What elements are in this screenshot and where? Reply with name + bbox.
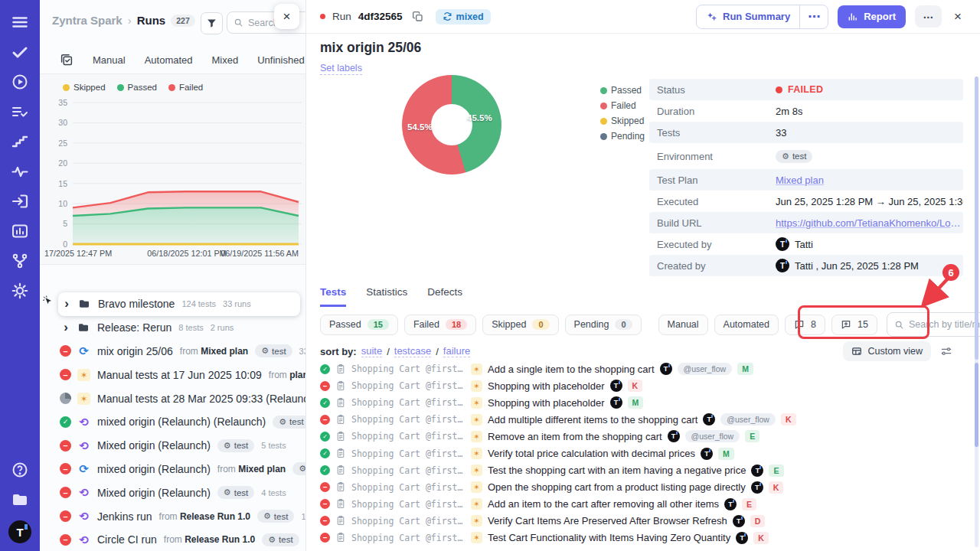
- run-type-badge[interactable]: mixed: [436, 9, 491, 24]
- scrollbar-thumb[interactable]: [975, 77, 978, 360]
- plan-name[interactable]: plan 1: [289, 370, 306, 380]
- clipboard-icon: [335, 380, 346, 392]
- created-by-value: Tatti , Jun 25, 2025 1:28 PM: [795, 260, 919, 272]
- test-row[interactable]: Shopping Cart @first…✶Shopping with plac…: [320, 394, 980, 411]
- play-circle-icon[interactable]: [11, 73, 29, 91]
- detail-row-created-by: Created by TTatti , Jun 25, 2025 1:28 PM: [649, 255, 963, 276]
- run-list-item[interactable]: ✶Manual tests at 17 Jun 2025 10:09from p…: [40, 363, 306, 386]
- run-list-item[interactable]: ⟲Mixed origin (Relaunch)⚙test5 tests: [40, 434, 306, 458]
- run-list-icon[interactable]: [11, 103, 29, 121]
- user-avatar[interactable]: T: [8, 520, 31, 543]
- test-row[interactable]: Shopping Cart @first…✶Open the shopping …: [320, 479, 980, 496]
- tab-tests[interactable]: Tests: [320, 286, 346, 307]
- plan-name[interactable]: Release Run 1.0: [185, 534, 255, 545]
- breadcrumb-project[interactable]: Zyntra Spark: [52, 14, 122, 27]
- plan-name[interactable]: Mixed plan: [201, 346, 248, 357]
- display-settings-icon[interactable]: [940, 345, 952, 357]
- filter-skipped-button[interactable]: Skipped0: [482, 315, 558, 335]
- test-suite: Shopping Cart @first…: [351, 431, 466, 442]
- run-list-item[interactable]: ⟲Mixed origin (Relaunch)⚙test4 tests: [40, 481, 306, 504]
- activity-icon[interactable]: [11, 162, 29, 181]
- build-url-link[interactable]: https://github.com/TetianaKhomenko/Load-…: [776, 217, 963, 229]
- filter-passed-button[interactable]: Passed15: [320, 315, 398, 335]
- tests-search-input[interactable]: Search by title/message: [887, 312, 980, 337]
- help-icon[interactable]: [11, 461, 29, 479]
- test-title: Verify Cart Items Are Preserved After Br…: [488, 515, 727, 527]
- test-row[interactable]: Shopping Cart @first…✶Add an item to the…: [320, 496, 980, 513]
- menu-icon[interactable]: [11, 13, 29, 31]
- environment-badge[interactable]: ⚙test: [776, 150, 812, 163]
- test-title: Test the shopping cart with an item havi…: [488, 465, 746, 476]
- test-row[interactable]: Shopping Cart @first…✶Test the shopping …: [320, 462, 980, 479]
- comment-filter-button[interactable]: 8: [785, 315, 825, 335]
- runs-tab-manual[interactable]: Manual: [93, 54, 126, 66]
- filter-count-badge: 0: [532, 319, 549, 330]
- test-plan-link[interactable]: Mixed plan: [776, 174, 824, 186]
- run-list-item[interactable]: ⟲mixed origin (Relaunch) (Relaunch)⚙test: [40, 410, 306, 434]
- run-status-failed-icon: [60, 369, 71, 380]
- projects-folder-icon[interactable]: [11, 491, 29, 509]
- test-row[interactable]: Shopping Cart @first…✶Verify Cart Items …: [320, 513, 980, 530]
- settings-gear-icon[interactable]: [11, 282, 29, 300]
- test-row[interactable]: Shopping Cart @first…✶Add a single item …: [320, 360, 980, 377]
- filter-pending-button[interactable]: Pending0: [565, 315, 642, 335]
- panel-close-button[interactable]: ×: [274, 4, 299, 29]
- plan-name[interactable]: Mixed plan: [238, 464, 286, 474]
- svg-text:06/19/2025 11:56 AM: 06/19/2025 11:56 AM: [220, 249, 299, 258]
- filter-manual-button[interactable]: Manual: [658, 315, 708, 335]
- import-icon[interactable]: [11, 192, 29, 210]
- tests-count-value: 33: [776, 127, 786, 139]
- analytics-icon[interactable]: [11, 222, 29, 240]
- assignee-letter-badge: K: [753, 532, 769, 544]
- run-list-item[interactable]: ⟳mix origin 25/06from Mixed plan⚙test33 …: [40, 340, 306, 364]
- chevron-right-icon[interactable]: ›: [60, 296, 73, 311]
- sort-by-testcase[interactable]: testcase: [394, 345, 431, 357]
- runs-tab-unfinished[interactable]: Unfinished: [257, 54, 304, 66]
- run-list-item[interactable]: ›Bravo milestone124 tests33 runs: [58, 292, 300, 316]
- run-summary-button[interactable]: Run Summary: [697, 5, 799, 28]
- test-row[interactable]: Shopping Cart @first…✶Test Cart Function…: [320, 530, 980, 546]
- tab-defects[interactable]: Defects: [427, 286, 462, 307]
- runs-tab-mixed[interactable]: Mixed: [212, 54, 239, 66]
- run-name: Mixed origin (Relaunch): [97, 439, 211, 452]
- detail-row-executed: Executed Jun 25, 2025 1:28 PM → Jun 25, …: [649, 191, 963, 212]
- sort-by-suite[interactable]: suite: [361, 345, 382, 357]
- chevron-right-icon[interactable]: ›: [60, 320, 72, 335]
- run-list-item[interactable]: ⟲Jenkins runfrom Release Run 1.0⚙test13 …: [40, 504, 306, 528]
- runs-filter-tabs: ManualAutomatedMixedUnfinishedG: [40, 46, 306, 73]
- custom-view-button[interactable]: Custom view: [843, 341, 931, 361]
- status-value: FAILED: [788, 84, 823, 95]
- executed-range-value: Jun 25, 2025 1:28 PM → Jun 25, 2025 1:30…: [776, 196, 963, 207]
- run-list-item[interactable]: ✶Manual tests at 28 Mar 2025 09:33 (Rela…: [40, 386, 306, 410]
- runs-tab-automated[interactable]: Automated: [145, 54, 193, 66]
- copy-icon[interactable]: [412, 11, 424, 23]
- set-labels-link[interactable]: Set labels: [320, 63, 362, 75]
- report-button[interactable]: Report: [838, 5, 906, 28]
- steps-icon[interactable]: [11, 132, 29, 151]
- run-list-item[interactable]: ›Release: Rerun8 tests2 runs: [40, 316, 306, 340]
- comment-filter-button[interactable]: 15: [831, 315, 877, 335]
- test-row[interactable]: Shopping Cart @first…✶Verify total price…: [320, 445, 980, 461]
- plan-name[interactable]: Release Run 1.0: [180, 511, 250, 522]
- run-summary-more-button[interactable]: ⋯: [799, 5, 828, 28]
- filter-failed-button[interactable]: Failed18: [404, 315, 476, 335]
- filter-automated-button[interactable]: Automated: [714, 315, 779, 335]
- test-row[interactable]: Shopping Cart @first…✶Remove an item fro…: [320, 428, 980, 445]
- test-row[interactable]: Shopping Cart @first…✶Shopping with plac…: [320, 377, 980, 394]
- tasks-check-icon[interactable]: [11, 43, 29, 61]
- test-row[interactable]: Shopping Cart @first…✶Add multiple diffe…: [320, 411, 980, 428]
- scrollbar-thumb-lower[interactable]: [975, 363, 978, 447]
- gear-icon: ⚙: [299, 464, 306, 474]
- test-status-passed-icon: [320, 432, 330, 442]
- branch-icon[interactable]: [11, 252, 29, 270]
- more-actions-button[interactable]: ⋯: [915, 5, 942, 28]
- donut-legend-failed: Failed: [600, 100, 645, 111]
- close-run-button[interactable]: ×: [951, 8, 965, 26]
- select-all-icon[interactable]: [60, 53, 74, 67]
- tab-statistics[interactable]: Statistics: [366, 286, 407, 307]
- run-list-item[interactable]: ⟳mixed origin (Relaunch)from Mixed plan⚙…: [40, 458, 306, 481]
- avatar: T: [703, 413, 715, 425]
- run-list-item[interactable]: ⟲Circle CI runfrom Release Run 1.0⚙test1…: [40, 528, 306, 551]
- sort-by-failure[interactable]: failure: [443, 345, 470, 357]
- filter-button[interactable]: [201, 12, 223, 34]
